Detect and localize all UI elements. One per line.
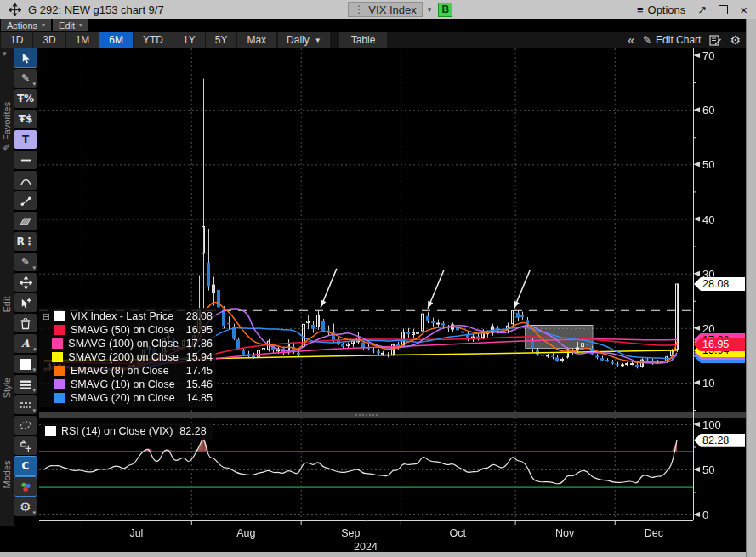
- legend-row[interactable]: SMAVG (100) on Close17.86: [43, 337, 213, 350]
- legend-value: 14.85: [179, 392, 213, 404]
- chart-canvas[interactable]: [0, 0, 756, 557]
- rsi-axis-tag: 82.28: [694, 434, 745, 447]
- legend-swatch: [54, 325, 65, 335]
- price-axis-tag: 16.95: [694, 338, 745, 351]
- rsi-label: RSI (14) on Close (VIX): [61, 425, 173, 437]
- x-axis-month-label: Nov: [555, 527, 574, 539]
- legend-label: SMAVG (20) on Close: [71, 392, 179, 404]
- y-axis-tick-label: 40: [702, 213, 714, 225]
- x-axis-month-label: Sep: [341, 527, 360, 539]
- legend-value: 17.86: [179, 338, 213, 350]
- legend-value: 15.94: [179, 351, 213, 363]
- x-axis-month-label: Dec: [645, 527, 663, 539]
- legend-swatch: [54, 366, 65, 376]
- legend-value: 15.46: [179, 378, 213, 390]
- x-axis-month-label: Jul: [129, 527, 143, 539]
- rsi-value: 82.28: [179, 425, 206, 437]
- rsi-swatch: [45, 426, 56, 436]
- legend-label: SMAVG (100) on Close: [68, 338, 179, 350]
- x-axis-month-label: Aug: [236, 527, 255, 539]
- legend-collapse-icon[interactable]: ⊟: [43, 311, 54, 322]
- window-edge-right: [746, 19, 756, 557]
- legend-row[interactable]: ⊟VIX Index - Last Price28.08: [43, 310, 213, 323]
- legend-label: SMAVG (10) on Close: [71, 378, 179, 390]
- price-axis-tag: 28.08: [694, 277, 745, 291]
- y-axis-tick-label: 10: [702, 377, 714, 389]
- y-axis-tick-label: 70: [702, 49, 714, 62]
- rsi-axis-tick-label: 50: [702, 463, 714, 476]
- rsi-legend[interactable]: RSI (14) on Close (VIX) 82.28: [41, 423, 213, 440]
- legend-value: 16.95: [179, 324, 213, 336]
- window-edge-bottom: [0, 552, 746, 557]
- y-axis-tick-label: 50: [702, 158, 714, 171]
- legend-label: EMAVG (8) on Close: [71, 365, 179, 377]
- legend-row[interactable]: SMAVG (10) on Close15.46: [43, 378, 213, 391]
- legend-swatch: [54, 379, 65, 389]
- legend-row[interactable]: SMAVG (20) on Close14.85: [43, 391, 213, 405]
- legend-swatch: [52, 352, 63, 362]
- chart-legend: ⊟VIX Index - Last Price28.08SMAVG (50) o…: [39, 308, 216, 407]
- legend-row[interactable]: SMAVG (50) on Close16.95: [43, 323, 213, 337]
- rsi-axis-tick-label: 100: [702, 418, 721, 431]
- legend-swatch: [54, 311, 65, 321]
- legend-label: SMAVG (200) on Close: [68, 351, 179, 363]
- legend-row[interactable]: EMAVG (8) on Close17.45: [43, 364, 213, 378]
- legend-value: 28.08: [179, 310, 213, 322]
- legend-row[interactable]: SMAVG (200) on Close15.94: [43, 350, 213, 364]
- legend-swatch: [52, 338, 63, 349]
- legend-swatch: [54, 393, 65, 403]
- x-axis-year-label: 2024: [354, 541, 378, 553]
- legend-label: VIX Index - Last Price: [71, 310, 179, 322]
- y-axis-tick-label: 60: [702, 104, 714, 117]
- rsi-axis-tick-label: 0: [702, 509, 708, 521]
- legend-label: SMAVG (50) on Close: [71, 324, 179, 336]
- x-axis-month-label: Oct: [450, 527, 466, 539]
- legend-value: 17.45: [179, 365, 213, 377]
- y-axis-tick-label: 20: [702, 321, 714, 334]
- bloomberg-chart-window: G 292: NEW g153 chart 9/7 ⋮ VIX Index ▾ …: [0, 0, 756, 557]
